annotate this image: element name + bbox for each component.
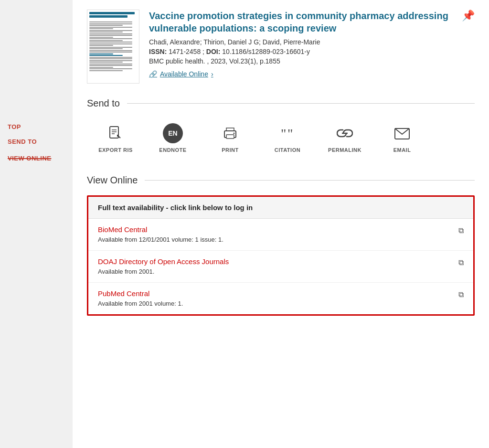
doaj-external-link-icon[interactable]: ⧉ — [458, 258, 464, 267]
biomed-central-link[interactable]: BioMed Central — [98, 225, 454, 234]
citation-button[interactable]: " " CITATION — [259, 118, 316, 160]
send-to-header: Send to — [87, 98, 475, 109]
article-title: Vaccine promotion strategies in communit… — [149, 10, 475, 34]
view-online-box: Full text availability - click link belo… — [87, 195, 475, 316]
svg-rect-5 — [226, 135, 234, 139]
doaj-content: DOAJ Directory of Open Access Journals A… — [98, 257, 454, 276]
issn-label: ISSN: — [149, 48, 167, 55]
send-to-title: Send to — [87, 98, 127, 109]
send-to-grid: EXPORT RIS EN ENDNOTE — [87, 118, 475, 160]
email-icon — [392, 123, 412, 143]
svg-text:": " — [281, 127, 286, 140]
doaj-link[interactable]: DOAJ Directory of Open Access Journals — [98, 257, 454, 266]
email-label: EMAIL — [393, 147, 411, 153]
doaj-desc: Available from 2001. — [98, 268, 154, 275]
pubmed-external-link-icon[interactable]: ⧉ — [458, 290, 464, 299]
article-header: 📌 Vaccine promotion strategies in commun… — [87, 10, 475, 84]
send-to-section: Send to EXPORT RIS — [87, 98, 475, 160]
pubmed-central-content: PubMed Central Available from 2001 volum… — [98, 289, 454, 308]
export-ris-icon — [106, 123, 126, 143]
print-icon — [220, 123, 240, 143]
view-online-header: View Online — [87, 175, 475, 186]
sidebar: TOP SEND TO VIEW ONLINE — [0, 0, 73, 448]
doaj-item: DOAJ Directory of Open Access Journals A… — [88, 251, 473, 283]
link-icon: 🔗 — [149, 70, 157, 78]
chevron-right-icon: › — [211, 70, 213, 78]
sidebar-item-top[interactable]: TOP — [8, 119, 65, 134]
endnote-label: ENDNOTE — [159, 147, 186, 153]
biomed-central-desc: Available from 12/01/2001 volume: 1 issu… — [98, 236, 223, 243]
pubmed-central-desc: Available from 2001 volume: 1. — [98, 300, 183, 307]
endnote-icon: EN — [163, 123, 183, 143]
endnote-button[interactable]: EN ENDNOTE — [144, 118, 202, 160]
permalink-label: PERMALINK — [328, 147, 361, 153]
available-online-link[interactable]: 🔗 Available Online › — [149, 70, 213, 78]
send-to-divider — [127, 103, 475, 104]
article-authors: Chadi, Alexandre; Thirion, Daniel J G; D… — [149, 38, 475, 46]
view-online-section: View Online Full text availability - cli… — [87, 175, 475, 316]
citation-icon: " " — [277, 123, 298, 143]
permalink-button[interactable]: PERMALINK — [316, 118, 373, 160]
svg-point-6 — [234, 133, 235, 134]
citation-label: CITATION — [275, 147, 300, 153]
main-content: 📌 Vaccine promotion strategies in commun… — [73, 0, 489, 448]
email-button[interactable]: EMAIL — [373, 118, 431, 160]
permalink-icon — [335, 123, 355, 143]
view-online-title: View Online — [87, 175, 145, 186]
biomed-central-item: BioMed Central Available from 12/01/2001… — [88, 219, 473, 251]
pubmed-central-link[interactable]: PubMed Central — [98, 289, 454, 298]
export-ris-label: EXPORT RIS — [98, 147, 133, 153]
print-label: PRINT — [222, 147, 239, 153]
view-online-availability-header: Full text availability - click link belo… — [88, 197, 473, 219]
view-online-divider — [145, 180, 475, 181]
biomed-central-content: BioMed Central Available from 12/01/2001… — [98, 225, 454, 244]
article-info: 📌 Vaccine promotion strategies in commun… — [149, 10, 475, 84]
doi-label: DOI: — [206, 48, 221, 55]
print-button[interactable]: PRINT — [202, 118, 259, 160]
available-link-text: Available Online — [160, 70, 208, 78]
article-meta-issn-doi: ISSN: 1471-2458 ; DOI: 10.1186/s12889-02… — [149, 48, 475, 55]
article-thumbnail — [87, 10, 139, 84]
svg-text:": " — [287, 127, 293, 140]
article-source: BMC public health. , 2023, Vol.23(1), p.… — [149, 57, 475, 65]
pin-icon[interactable]: 📌 — [462, 10, 475, 22]
issn-value: 1471-2458 — [169, 48, 201, 55]
sidebar-item-view-online[interactable]: VIEW ONLINE — [8, 151, 65, 166]
sidebar-item-send-to[interactable]: SEND TO — [8, 134, 65, 149]
doi-value: 10.1186/s12889-023-16601-y — [222, 48, 310, 55]
biomed-external-link-icon[interactable]: ⧉ — [458, 226, 464, 235]
pubmed-central-item: PubMed Central Available from 2001 volum… — [88, 283, 473, 314]
export-ris-button[interactable]: EXPORT RIS — [87, 118, 144, 160]
